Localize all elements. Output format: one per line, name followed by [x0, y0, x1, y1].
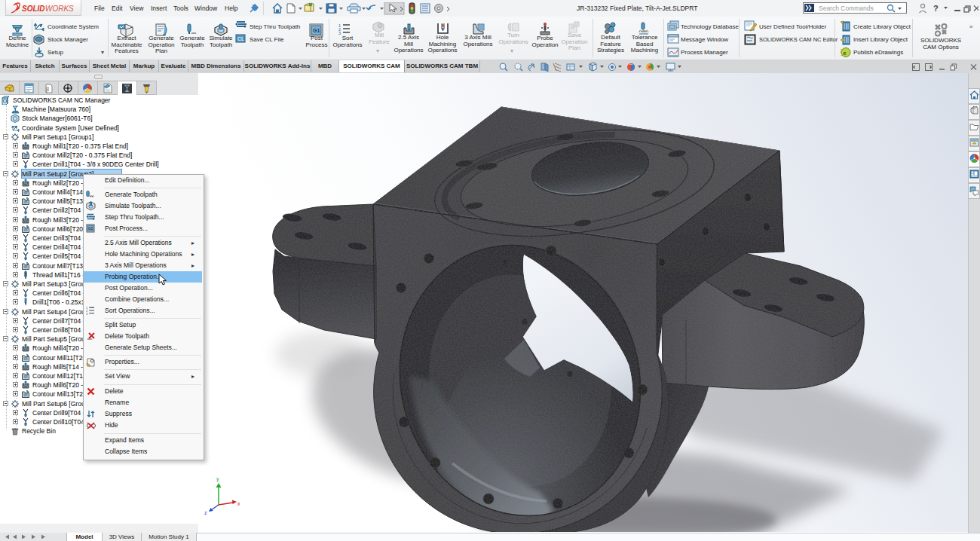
svg-text:z: z — [204, 510, 207, 515]
svg-text:3: 3 — [86, 312, 88, 316]
svg-text:?: ? — [933, 4, 939, 13]
svg-text:SOLID: SOLID — [22, 5, 45, 13]
svg-text:x: x — [237, 501, 240, 506]
svg-text:e: e — [844, 49, 847, 57]
svg-text:CL: CL — [237, 36, 244, 41]
svg-text:y: y — [216, 476, 219, 482]
svg-text:WORKS: WORKS — [45, 5, 74, 13]
svg-text:G1: G1 — [313, 28, 320, 33]
svg-text:β: β — [46, 86, 49, 93]
svg-text:G1: G1 — [88, 227, 93, 231]
